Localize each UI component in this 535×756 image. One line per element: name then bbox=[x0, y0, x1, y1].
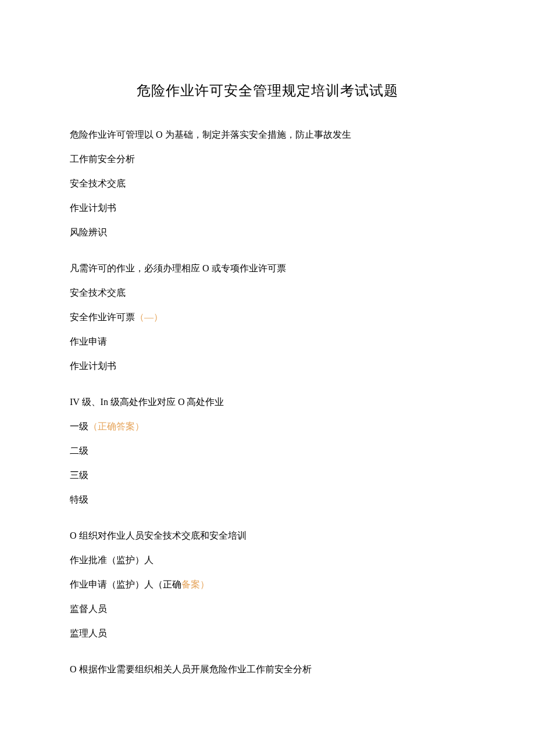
question-4-text: O 组织对作业人员安全技术交底和安全培训 bbox=[70, 529, 465, 543]
question-4-option-4: 监理人员 bbox=[70, 626, 465, 640]
question-3-option-4: 特级 bbox=[70, 493, 465, 507]
question-4: O 组织对作业人员安全技术交底和安全培训 作业批准（监护）人 作业申请（监护）人… bbox=[70, 529, 465, 640]
question-1-option-1: 工作前安全分析 bbox=[70, 152, 465, 166]
question-3-option-2: 二级 bbox=[70, 444, 465, 458]
question-1-option-3: 作业计划书 bbox=[70, 201, 465, 215]
question-2-option-1: 安全技术交底 bbox=[70, 286, 465, 300]
question-3-text: IV 级、In 级高处作业对应 O 高处作业 bbox=[70, 395, 465, 409]
answer-marker: （—） bbox=[135, 312, 163, 322]
question-1-text: 危险作业许可管理以 O 为基础，制定并落实安全措施，防止事故发生 bbox=[70, 128, 465, 142]
question-5-text: O 根据作业需要组织相关人员开展危险作业工作前安全分析 bbox=[70, 662, 465, 676]
question-2-option-4: 作业计划书 bbox=[70, 359, 465, 373]
document-title: 危险作业许可安全管理规定培训考试试题 bbox=[70, 81, 465, 100]
answer-marker: 备案） bbox=[181, 579, 209, 589]
question-4-option-2: 作业申请（监护）人（正确备案） bbox=[70, 578, 465, 592]
question-3-option-1: 一级（正确答案） bbox=[70, 420, 465, 433]
question-1-option-2: 安全技术交底 bbox=[70, 177, 465, 191]
question-4-option-1: 作业批准（监护）人 bbox=[70, 553, 465, 567]
question-5: O 根据作业需要组织相关人员开展危险作业工作前安全分析 bbox=[70, 662, 465, 676]
option-prefix: 安全作业许可票 bbox=[70, 312, 135, 322]
question-2-option-2: 安全作业许可票（—） bbox=[70, 310, 465, 324]
question-3: IV 级、In 级高处作业对应 O 高处作业 一级（正确答案） 二级 三级 特级 bbox=[70, 395, 465, 507]
answer-marker: （正确答案） bbox=[88, 421, 144, 431]
question-1: 危险作业许可管理以 O 为基础，制定并落实安全措施，防止事故发生 工作前安全分析… bbox=[70, 128, 465, 239]
question-2: 凡需许可的作业，必须办理相应 O 或专项作业许可票 安全技术交底 安全作业许可票… bbox=[70, 261, 465, 373]
question-3-option-3: 三级 bbox=[70, 468, 465, 482]
question-1-option-4: 风险辨识 bbox=[70, 225, 465, 239]
option-prefix: 作业申请（监护）人（正确 bbox=[70, 579, 181, 589]
question-2-option-3: 作业申请 bbox=[70, 335, 465, 349]
question-2-text: 凡需许可的作业，必须办理相应 O 或专项作业许可票 bbox=[70, 261, 465, 275]
question-4-option-3: 监督人员 bbox=[70, 602, 465, 616]
option-prefix: 一级 bbox=[70, 421, 88, 431]
